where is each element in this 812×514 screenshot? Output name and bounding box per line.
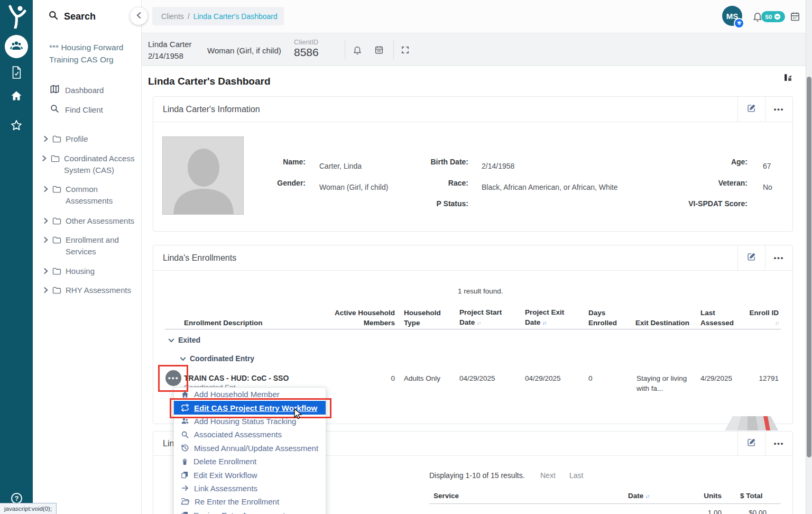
cell-units-partial: 1.00 [695,508,722,514]
services-more-actions-button[interactable]: ••• [765,432,792,455]
paging-last-link[interactable]: Last [569,471,583,481]
page-scrollbar-track[interactable] [806,0,812,514]
column-header-enrollment-description[interactable]: Enrollment Description [184,305,269,328]
folder-label: Profile [66,133,137,145]
sidebar-search[interactable]: Search [48,10,96,23]
sort-icon[interactable]: ↓↑ [749,318,779,328]
sort-icon-active[interactable]: ↓↑ [542,320,546,326]
customize-dashboard-button[interactable] [783,73,792,84]
menu-item-label: Associated Assessments [194,430,282,439]
edit-info-button[interactable] [737,97,765,122]
column-header-enroll-id[interactable]: Enroll ID↓↑ [736,305,779,328]
menu-item-edit-exit-workflow[interactable]: Edit Exit Workflow [174,468,326,481]
field-value: No [763,183,772,191]
breadcrumb-current[interactable]: Linda Carter's Dashboard [193,12,278,21]
breadcrumb-separator: / [188,12,190,21]
enrollments-more-actions-button[interactable]: ••• [765,245,792,270]
paging-next-link[interactable]: Next [540,471,556,481]
trash-icon [181,457,189,466]
link-preview-text: javascript:void(0); [4,506,52,512]
menu-item-delete-enrollment[interactable]: Delete Enrollment [174,455,326,468]
column-header-service[interactable]: Service [433,491,459,501]
org-name[interactable]: *** Housing Forward Training CAS Org [49,41,134,66]
sort-icon[interactable]: ↓↑ [477,320,481,326]
sidebar-folder-profile[interactable]: Profile [43,133,137,145]
sidebar-folder-cas[interactable]: Coordinated Access System (CAS) [42,153,138,176]
card-title: Lin [153,439,174,448]
edit-services-button[interactable] [737,432,765,455]
field-value: Black, African American, or African, Whi… [482,183,618,191]
search-icon [48,10,59,23]
field-value: Carter, Linda [319,162,362,170]
folder-icon [51,155,60,162]
group-row-exited[interactable]: Exited [168,336,200,344]
client-name: Linda Carter [148,40,192,49]
sidebar-collapse-button[interactable] [130,7,147,25]
client-bell-button[interactable] [353,45,362,58]
column-header-exit-destination[interactable]: Exit Destination [635,305,699,328]
cell-exit-date: 04/29/2025 [525,373,561,383]
client-bar: Linda Carter 2/14/1958 Woman (Girl, if c… [142,33,812,66]
menu-item-edit-cas-project-entry-workflow[interactable]: Edit CAS Project Entry Workflow [174,401,326,414]
client-info-card-header: Linda Carter's Information ••• [153,97,792,122]
menu-item-add-housing-status-tracking[interactable]: Add Housing Status Tracking [174,415,326,428]
column-header-last-assessed[interactable]: Last Assessed [700,305,737,328]
notification-count-pill[interactable]: 50 [761,11,785,22]
group-row-coordinated-entry[interactable]: Coordinated Entry [180,354,254,363]
sidebar-item-dashboard[interactable]: Dashboard [50,84,104,96]
app-logo-icon[interactable] [6,4,27,29]
header-calendar-button[interactable] [790,11,800,22]
field-label: P Status: [370,199,468,208]
sidebar-folder-enrollment-services[interactable]: Enrollment and Services [43,234,129,258]
graduation-cap-icon [736,19,742,28]
sidebar-item-find-client[interactable]: Find Client [50,104,103,115]
column-header-project-exit-date[interactable]: Project Exit Date ↓↑ [525,305,576,328]
column-header-days-enrolled[interactable]: Days Enrolled [588,305,623,328]
menu-item-add-household-member[interactable]: Add Household Member [174,388,326,401]
menu-item-missed-annual-update-assessment[interactable]: Missed Annual/Update Assessment [174,442,326,455]
paging-text: Displaying 1-10 of 15 results. [429,471,525,481]
cell-exit-destination: Staying or living with fa... [636,373,691,393]
edit-enrollments-button[interactable] [737,245,765,270]
sidebar-folder-rhy-assessments[interactable]: RHY Assessments [43,284,140,296]
rail-item-caseload-active[interactable] [5,35,28,58]
client-photo-placeholder[interactable] [162,136,244,215]
chevron-right-icon [43,287,48,293]
column-header-household-type[interactable]: Household Type [404,305,448,328]
card-title: Linda Carter's Information [153,105,260,114]
rail-item-reports[interactable] [11,66,22,79]
cell-days-enrolled: 0 [588,373,593,383]
calendar-icon [374,47,384,56]
rail-item-favorites[interactable] [10,119,23,132]
sort-icon-active[interactable]: ↓↑ [645,493,649,499]
menu-item-link-assessments[interactable]: Link Assessments [174,482,326,495]
fullscreen-button[interactable] [401,45,410,57]
folder-icon [52,135,61,143]
page-scrollbar-thumb[interactable] [807,77,811,457]
search-icon [50,104,60,115]
sidebar-folder-other-assessments[interactable]: Other Assessments [43,215,142,227]
sidebar-folder-housing[interactable]: Housing [43,265,137,277]
column-header-total[interactable]: $ Total [740,491,763,501]
column-header-units[interactable]: Units [690,491,722,501]
column-header-active-household-members[interactable]: Active Household Members [326,305,395,328]
menu-item-associated-assessments[interactable]: Associated Assessments [174,428,326,441]
info-more-actions-button[interactable]: ••• [765,97,792,122]
menu-item-review-entry-assessments[interactable]: Review Entry Assessments [174,509,326,514]
column-label: Enrollment Description [184,318,263,328]
avatar-training-badge[interactable] [734,18,744,29]
breadcrumb-parent[interactable]: Clients [161,12,184,21]
row-actions-ellipsis-button[interactable]: ●●● [165,370,181,386]
column-label: Enroll ID [749,308,779,318]
ellipsis-icon: ••• [774,105,785,113]
menu-item-label: Re Enter the Enrollment [195,497,279,506]
rail-item-help[interactable]: ? [11,493,22,504]
column-header-project-start-date[interactable]: Project Start Date ↓↑ [459,305,510,328]
column-header-date[interactable]: Date ↓↑ [628,491,649,501]
cell-active-members: 0 [370,373,395,383]
sidebar-folder-common-assessments[interactable]: Common Assessments [43,183,129,207]
client-calendar-button[interactable] [374,45,384,57]
home-icon [181,390,189,399]
rail-item-home[interactable] [10,89,23,102]
menu-item-re-enter-the-enrollment[interactable]: Re Enter the Enrollment [174,495,326,508]
